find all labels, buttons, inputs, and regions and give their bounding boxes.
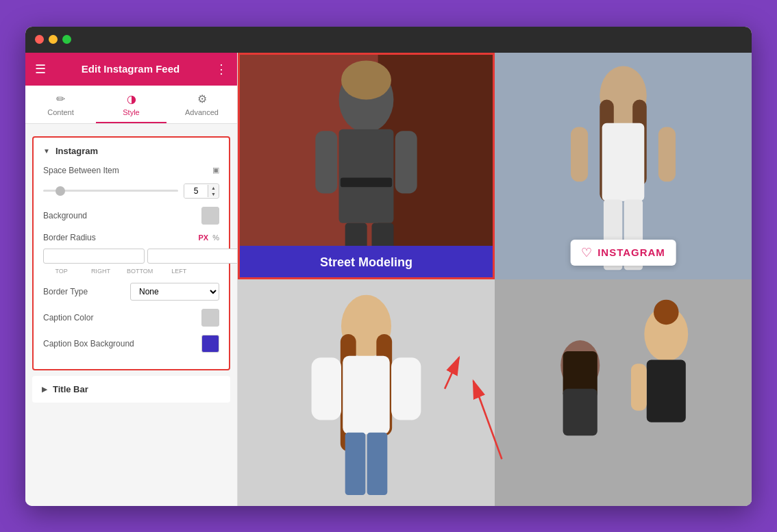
border-radius-label-row: Border Radius PX % [43, 233, 219, 242]
br-bottom-label: BOTTOM [122, 268, 158, 275]
close-button[interactable] [35, 35, 44, 44]
main-content: Street Modeling [238, 53, 752, 506]
border-radius-inputs: 🔗 [43, 246, 219, 266]
space-between-item-label: Space Between Item [43, 166, 210, 175]
minimize-button[interactable] [49, 35, 58, 44]
tab-advanced-label: Advanced [185, 108, 219, 116]
sidebar-header: ☰ Edit Instagram Feed ⋮ [25, 53, 237, 86]
border-radius-top[interactable] [43, 249, 145, 264]
hamburger-icon[interactable]: ☰ [35, 62, 46, 77]
photo4-figure [495, 279, 752, 506]
svg-rect-17 [571, 127, 588, 181]
br-right-label: RIGHT [82, 268, 119, 275]
tab-content-label: Content [47, 108, 74, 116]
grid-icon[interactable]: ⋮ [215, 62, 227, 77]
style-tab-icon: ◑ [127, 92, 136, 105]
title-bar-section-header: ▶ Title Bar [42, 384, 221, 394]
border-type-row: Border Type None Solid Dashed Dotted Dou… [43, 283, 219, 301]
content-tab-icon: ✏ [56, 92, 65, 105]
background-label: Background [43, 211, 201, 220]
titlebar [25, 27, 752, 53]
photo-cell-4 [495, 279, 752, 506]
photo-cell-2: ♡ INSTAGRAM [495, 53, 752, 279]
background-row: Background [43, 207, 219, 225]
svg-rect-28 [495, 279, 752, 506]
caption-overlay: Street Modeling [238, 246, 495, 279]
title-bar-section-title: Title Bar [53, 384, 88, 394]
sidebar: ☰ Edit Instagram Feed ⋮ ✏ Content ◑ Styl… [25, 53, 238, 506]
border-radius-row: Border Radius PX % 🔗 [43, 233, 219, 275]
tab-style-label: Style [123, 108, 139, 116]
app-window: ☰ Edit Instagram Feed ⋮ ✏ Content ◑ Styl… [25, 27, 752, 506]
instagram-badge: ♡ INSTAGRAM [570, 240, 676, 266]
space-between-input-wrap: 5 ▲ ▼ [184, 183, 219, 199]
traffic-lights [35, 35, 71, 44]
instagram-section: ▼ Instagram Space Between Item ▣ 5 ▲ [32, 136, 230, 370]
responsive-icon: ▣ [212, 166, 219, 175]
caption-color-label: Caption Color [43, 313, 201, 322]
background-color-swatch[interactable] [201, 207, 219, 225]
photo-cell-3 [238, 279, 495, 506]
border-radius-right[interactable] [147, 249, 237, 264]
instagram-section-title: Instagram [56, 146, 98, 156]
title-bar-arrow-icon: ▶ [42, 385, 47, 393]
svg-rect-24 [345, 432, 366, 494]
svg-rect-35 [563, 388, 597, 435]
unit-pct[interactable]: % [212, 233, 219, 242]
spinner-up[interactable]: ▲ [208, 185, 219, 191]
caption-box-background-swatch[interactable] [201, 335, 219, 353]
section-collapse-icon: ▼ [43, 147, 50, 155]
tab-style[interactable]: ◑ Style [96, 86, 166, 123]
svg-rect-14 [602, 123, 645, 201]
number-spinners: ▲ ▼ [208, 185, 219, 197]
border-radius-unit-toggle: PX % [199, 233, 219, 242]
page-title: Edit Instagram Feed [82, 63, 180, 75]
svg-rect-7 [395, 131, 417, 193]
instagram-badge-text: INSTAGRAM [597, 246, 665, 258]
svg-rect-9 [341, 177, 392, 187]
tab-advanced[interactable]: ⚙ Advanced [166, 86, 237, 123]
space-between-slider[interactable] [43, 190, 178, 192]
svg-rect-32 [631, 364, 647, 410]
border-type-select[interactable]: None Solid Dashed Dotted Double [130, 283, 219, 301]
svg-point-8 [341, 60, 391, 99]
space-between-slider-row: 5 ▲ ▼ [43, 183, 219, 199]
space-between-input[interactable]: 5 [184, 184, 208, 198]
app-body: ☰ Edit Instagram Feed ⋮ ✏ Content ◑ Styl… [25, 53, 752, 506]
caption-color-swatch[interactable] [201, 309, 219, 327]
title-bar-section[interactable]: ▶ Title Bar [32, 376, 230, 403]
sidebar-content: ▼ Instagram Space Between Item ▣ 5 ▲ [25, 124, 237, 506]
br-top-label: TOP [43, 268, 79, 275]
border-radius-label: Border Radius [43, 233, 199, 242]
svg-rect-18 [658, 127, 676, 181]
caption-text: Street Modeling [320, 255, 412, 269]
svg-rect-6 [315, 131, 337, 193]
border-type-label: Border Type [43, 287, 130, 296]
svg-rect-3 [339, 129, 394, 223]
tab-bar: ✏ Content ◑ Style ⚙ Advanced [25, 86, 237, 124]
svg-rect-26 [312, 357, 341, 420]
spinner-down[interactable]: ▼ [208, 191, 219, 197]
svg-rect-23 [343, 355, 389, 433]
caption-box-background-row: Caption Box Background [43, 335, 219, 353]
instagram-section-header[interactable]: ▼ Instagram [43, 146, 219, 156]
svg-rect-27 [391, 357, 421, 420]
br-left-label: LEFT [161, 268, 197, 275]
maximize-button[interactable] [62, 35, 71, 44]
svg-rect-31 [647, 359, 686, 422]
caption-color-row: Caption Color [43, 309, 219, 327]
tab-content[interactable]: ✏ Content [25, 86, 96, 123]
photo3-figure [238, 279, 495, 506]
border-radius-field-labels: TOP RIGHT BOTTOM LEFT [43, 268, 219, 275]
svg-point-30 [654, 299, 679, 325]
space-between-item-row: Space Between Item ▣ [43, 166, 219, 175]
svg-rect-25 [367, 432, 388, 494]
instagram-icon: ♡ [581, 245, 592, 260]
photo-cell-1: Street Modeling [238, 53, 495, 279]
unit-px[interactable]: PX [199, 233, 209, 242]
advanced-tab-icon: ⚙ [197, 92, 207, 105]
caption-box-background-label: Caption Box Background [43, 339, 201, 349]
